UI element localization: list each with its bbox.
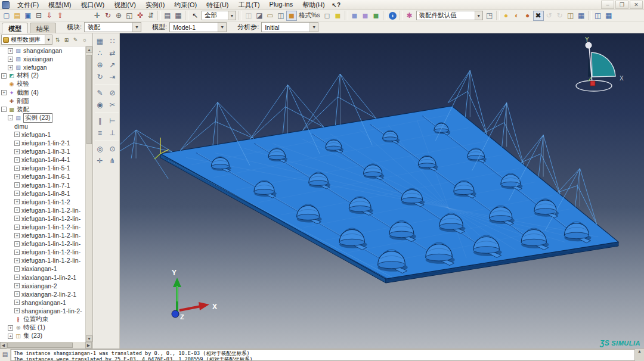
message-area-icon[interactable]: ▤ [0, 349, 11, 361]
restore-button[interactable]: ❐ [615, 1, 628, 9]
tree-expander-icon[interactable]: + [14, 266, 20, 272]
merge-cut-instances-tool[interactable]: ⊕ [94, 59, 106, 71]
tree-row[interactable]: ◉校验 [0, 80, 85, 88]
tree-expander-icon[interactable]: + [14, 308, 20, 313]
menu-item-3[interactable]: 视图(V) [109, 0, 141, 10]
translate-instance-tool[interactable]: ↗ [106, 59, 119, 71]
fit-view-icon[interactable]: ✜ [135, 11, 145, 21]
menu-item-4[interactable]: 实例(I) [141, 0, 169, 10]
color-code-combo[interactable]: 装配件默认值▼ [416, 11, 483, 20]
viewport-layout-icon[interactable]: ◫ [593, 11, 603, 21]
tree-row[interactable]: dimu [0, 122, 85, 130]
menu-item-0[interactable]: 文件(F) [13, 0, 44, 10]
tree-hscroll-left[interactable]: ◀ [0, 342, 7, 348]
box-select-icon[interactable]: ▭ [265, 11, 275, 21]
tree-row[interactable]: +xiefugan-1-lin-4-1 [0, 155, 85, 164]
tree-row[interactable]: +xiefugan-1 [0, 130, 85, 139]
tree-expander-icon[interactable]: + [14, 141, 20, 146]
tree-expander-icon[interactable]: + [14, 182, 20, 188]
datum-csys-tool[interactable]: ✛ [94, 155, 106, 167]
tree-expander-icon[interactable]: - [1, 107, 7, 112]
tree-row[interactable]: +xiefugan-1-lin-5-1 [0, 164, 85, 172]
face-to-face-constraint-tool[interactable]: ⊢ [106, 115, 119, 127]
tree-row[interactable]: +xiefugan-1-lin-3-1 [0, 147, 85, 155]
append-model-db-icon[interactable]: ⇩ [44, 11, 55, 21]
resume-feature-tool[interactable]: ◉ [94, 99, 106, 111]
view-cut-icon[interactable]: ◪ [254, 11, 265, 21]
select-cursor-icon[interactable]: ↖ [190, 11, 200, 21]
info-icon[interactable]: i [388, 11, 398, 21]
tree-expander-icon[interactable]: + [14, 191, 20, 196]
tree-expander-icon[interactable]: + [14, 149, 20, 154]
tree-expander-icon[interactable]: + [14, 233, 20, 238]
tree-row[interactable]: +shangxiangan-1 [0, 298, 85, 307]
context-combo-2[interactable]: Initial▼ [261, 22, 318, 32]
tree-expander-icon[interactable]: + [14, 216, 20, 221]
tree-expander-icon[interactable]: + [14, 132, 20, 137]
delete-feature-tool[interactable]: ✂ [106, 99, 119, 111]
tree-row[interactable]: +xiaxiangan-2 [0, 282, 85, 290]
close-button[interactable]: ✕ [630, 1, 643, 9]
cube-purple-icon[interactable]: ◼ [360, 11, 371, 21]
chevron-down-icon[interactable]: ▼ [475, 11, 482, 20]
menu-item-1[interactable]: 模型(M) [44, 0, 76, 10]
suppress-feature-tool[interactable]: ⊘ [106, 87, 119, 99]
datum-axis-tool[interactable]: ⋔ [106, 155, 119, 167]
tree-row[interactable]: +xiefugan-1-lin-1-2 [0, 198, 85, 206]
tree-spin-icon[interactable]: ⇅ [54, 35, 61, 44]
replace-instance-tool[interactable]: ⇄ [106, 47, 119, 59]
pan-view-icon[interactable]: ✛ [92, 11, 103, 21]
radial-pattern-tool[interactable]: ∴ [94, 47, 106, 59]
chevron-down-icon[interactable]: ▼ [45, 35, 52, 44]
tree-row[interactable]: +▧xiefugan [0, 63, 85, 71]
create-instance-tool[interactable]: ▦ [94, 35, 106, 47]
tree-expander-icon[interactable]: + [8, 325, 13, 331]
translate-to-tool[interactable]: ⇥ [106, 71, 119, 83]
edge-to-edge-constraint-tool[interactable]: ⊥ [106, 127, 119, 139]
cycle-views-icon[interactable]: ⇵ [145, 11, 156, 21]
open-model-db-icon[interactable]: ⇧ [55, 11, 66, 21]
context-combo-0[interactable]: 装配▼ [84, 22, 141, 32]
dark-toggle-icon[interactable]: ● [522, 11, 533, 21]
tree-row[interactable]: +xiaxiangan-1 [0, 264, 85, 273]
link-viewports-icon[interactable]: ◫ [275, 11, 286, 21]
tree-row[interactable]: -▩装配 [0, 105, 85, 114]
viewport-canvas[interactable]: YXYXZ ƷS SIMULIA [120, 33, 644, 348]
minimize-button[interactable]: – [601, 1, 614, 9]
print-icon[interactable]: ⊟ [33, 11, 44, 21]
edit-feature-tool[interactable]: ✎ [94, 87, 106, 99]
menu-item-2[interactable]: 视口(W) [76, 0, 110, 10]
tree-expander-icon[interactable]: + [14, 207, 20, 213]
tree-row[interactable]: +xiefugan-1-lin-1-2-lin- [0, 206, 85, 214]
tab-结果[interactable]: 结果 [30, 23, 56, 33]
tree-row[interactable]: +xiefugan-1-lin-7-1 [0, 181, 85, 189]
tree-row[interactable]: +◫集 (23) [0, 332, 85, 340]
job-monitor-icon[interactable]: ▦ [576, 11, 587, 21]
tree-row[interactable]: +xiefugan-1-lin-2-1 [0, 139, 85, 147]
tree-expander-icon[interactable]: + [14, 157, 20, 163]
tree-expander-icon[interactable]: + [14, 291, 20, 297]
tree-row[interactable]: ✚剖面 [0, 97, 85, 105]
tree-vscroll-down[interactable]: ▼ [86, 335, 92, 342]
message-scrollbar[interactable]: ▲ [634, 349, 644, 361]
tree-expander-icon[interactable]: + [14, 241, 20, 247]
tree-expander-icon[interactable]: + [14, 300, 20, 305]
tree-filter-icon[interactable]: ✎ [72, 35, 79, 44]
halflight-toggle-icon[interactable]: ◐ [512, 11, 522, 21]
tree-tips-icon[interactable]: ☼ [80, 35, 88, 44]
shaded-cube-icon[interactable]: ◼ [333, 11, 343, 21]
tree-expander-icon[interactable]: + [14, 283, 20, 288]
menu-item-8[interactable]: Plug-ins [265, 0, 298, 10]
chevron-down-icon[interactable]: ▼ [218, 23, 226, 32]
tree-vscroll-thumb[interactable] [86, 55, 92, 144]
new-model-icon[interactable]: ▢ [1, 11, 12, 21]
tree-row[interactable]: +xiefugan-1-lin-1-2-lin- [0, 214, 85, 223]
color-palette-icon[interactable]: ✱ [404, 11, 415, 21]
tree-row[interactable]: +◩材料 (2) [0, 71, 85, 80]
tree-row[interactable]: +xiefugan-1-lin-8-1 [0, 189, 85, 198]
tree-row[interactable]: -▤实例 (23) [0, 114, 85, 122]
cube-blue-icon[interactable]: ◼ [349, 11, 360, 21]
menu-item-9[interactable]: 帮助(H) [298, 0, 329, 10]
tree-expander-icon[interactable]: + [14, 199, 20, 204]
tree-expander-icon[interactable]: + [8, 48, 13, 54]
